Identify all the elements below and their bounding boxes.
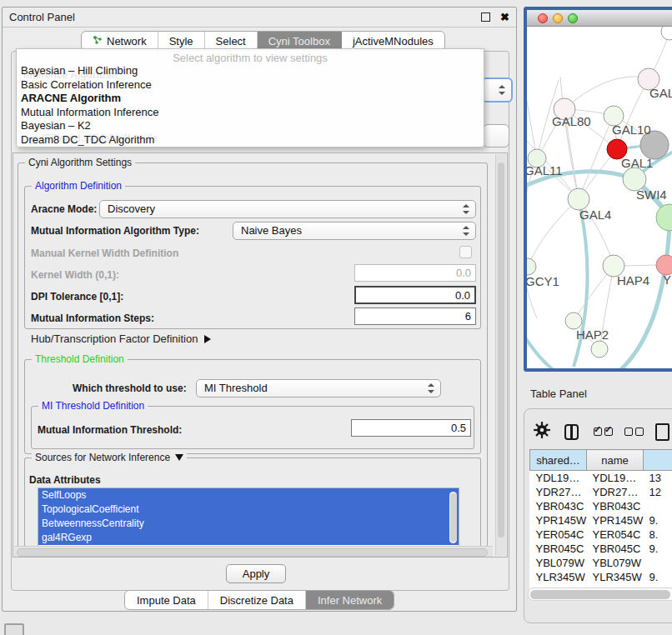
zoom-traffic-light-icon[interactable] [568, 13, 578, 23]
network-canvas[interactable]: GALGAL80GAL10GAL1GAL11SWI4GAL4GCY1HAP4YH… [527, 27, 672, 368]
table-cell: YDL19… [530, 471, 587, 486]
dpi-tolerance-field[interactable]: 0.0 [354, 286, 476, 304]
network-node[interactable] [656, 204, 672, 231]
minimize-traffic-light-icon[interactable] [553, 13, 563, 23]
mi-steps-field[interactable]: 6 [354, 308, 476, 325]
node-label: HAP4 [617, 273, 649, 288]
columns-icon[interactable] [564, 424, 579, 440]
network-selector-combobox-edge[interactable] [483, 124, 509, 148]
kernel-width-field[interactable]: 0.0 [354, 264, 476, 282]
network-node[interactable] [591, 341, 608, 358]
network-edge[interactable] [527, 327, 577, 368]
network-edge[interactable] [528, 199, 579, 267]
tab-infer-network[interactable]: Infer Network [306, 591, 394, 609]
table-row[interactable]: YBL079WYBL079W [530, 556, 672, 570]
control-panel-window: Control Panel ✖ Network Style [2, 7, 517, 612]
gear-icon[interactable] [533, 421, 551, 442]
tab-network[interactable]: Network [82, 32, 158, 50]
dropdown-item[interactable]: Bayesian – K2 [17, 119, 484, 133]
column-header-cut[interactable] [644, 450, 672, 471]
network-window-titlebar [527, 10, 672, 27]
dropdown-item[interactable]: Dream8 DC_TDC Algorithm [17, 133, 484, 148]
aracne-mode-value: Discovery [108, 202, 155, 215]
column-header-shared[interactable]: shared… [530, 450, 587, 471]
network-node[interactable] [527, 258, 536, 275]
table-row[interactable]: YBR043CYBR043C [530, 499, 672, 513]
group-title: Sources for Network Inference [32, 452, 187, 464]
which-threshold-combobox[interactable]: MI Threshold [196, 379, 441, 398]
table-row[interactable]: YPR145WYPR145W9. [530, 513, 672, 528]
scrollbar-thumb[interactable] [17, 548, 488, 557]
aracne-mode-label: Aracne Mode: [31, 203, 97, 215]
dropdown-item[interactable]: Mutual Information Inference [17, 106, 484, 120]
tab-jactivemnodules[interactable]: jActiveMNodules [342, 32, 444, 50]
tab-discretize-data[interactable]: Discretize Data [208, 591, 306, 609]
select-all-columns-icon[interactable] [594, 424, 613, 439]
algorithm-dropdown-list: Bayesian – Hill Climbing Basic Correlati… [17, 64, 484, 147]
table-row[interactable]: YBR045CYBR045C9. [530, 542, 672, 556]
table-cell: 9. [644, 570, 672, 584]
table-row[interactable]: YLR345WYLR345W9. [530, 570, 672, 584]
network-edge[interactable] [607, 227, 669, 368]
horizontal-scrollbar[interactable] [14, 546, 493, 557]
tab-discretize-data-label: Discretize Data [220, 594, 293, 607]
dpi-tolerance-label: DPI Tolerance [0,1]: [31, 291, 123, 302]
control-panel-titlebar: Control Panel ✖ [3, 8, 516, 28]
close-icon[interactable]: ✖ [500, 13, 509, 21]
table-row[interactable]: YDL19…YDL19…13 [530, 471, 672, 486]
scrollbar-thumb[interactable] [450, 493, 457, 542]
unselect-all-columns-icon[interactable] [624, 424, 644, 439]
hub-definition-toggle[interactable]: Hub/Transcription Factor Definition [31, 332, 211, 345]
list-item[interactable]: gal4RGexp [38, 531, 459, 545]
kernel-width-value: 0.0 [456, 267, 471, 279]
table-cell: YPR145W [587, 513, 644, 528]
list-item[interactable]: SelfLoops [38, 488, 459, 502]
list-item[interactable]: BetweennessCentrality [38, 517, 459, 531]
document-icon[interactable] [655, 423, 669, 441]
table-cell: YLR345W [530, 570, 587, 584]
algorithm-selector-combobox-edge[interactable] [481, 78, 513, 102]
table-cell: YDL19… [587, 471, 644, 486]
tab-cyni-toolbox-label: Cyni Toolbox [268, 35, 330, 48]
apply-button[interactable]: Apply [226, 564, 286, 583]
dropdown-item[interactable]: Basic Correlation Inference [17, 78, 484, 92]
aracne-mode-combobox[interactable]: Discovery [99, 200, 476, 218]
dropdown-placeholder: Select algorithm to view settings [17, 49, 484, 64]
mi-algorithm-type-label: Mutual Information Algorithm Type: [31, 225, 199, 237]
table-cell: 8. [644, 528, 672, 542]
list-item[interactable]: TopologicalCoefficient [38, 502, 459, 517]
network-tab-icon [93, 35, 103, 48]
table-row[interactable]: YDR27…YDR27…12 [530, 485, 672, 499]
table-cell: YDR27… [587, 485, 644, 499]
scrollbar-thumb[interactable] [530, 590, 670, 599]
vertical-scrollbar[interactable] [495, 154, 506, 556]
tab-style[interactable]: Style [158, 32, 205, 50]
scrollbar-thumb[interactable] [498, 162, 504, 538]
tab-cyni-toolbox[interactable]: Cyni Toolbox [258, 32, 342, 50]
tab-impute-data[interactable]: Impute Data [125, 591, 208, 609]
table-horizontal-scrollbar[interactable] [528, 588, 672, 601]
node-label: GAL80 [552, 114, 591, 128]
algorithm-dropdown-popup: Select algorithm to view settings Infere… [16, 48, 484, 148]
collapsed-arrow-icon [204, 335, 211, 343]
manual-kernel-width-checkbox[interactable] [459, 246, 472, 258]
minimized-panel-icon[interactable] [4, 623, 24, 635]
dropdown-item[interactable]: Bayesian – Hill Climbing [17, 64, 484, 78]
column-header-name[interactable]: name [587, 450, 644, 471]
mi-threshold-field[interactable]: 0.5 [351, 419, 471, 437]
table-row[interactable]: YER054CYER054C8. [530, 528, 672, 542]
float-window-icon[interactable] [481, 12, 490, 22]
list-scrollbar[interactable] [449, 492, 457, 543]
network-edge[interactable] [579, 116, 614, 199]
network-node[interactable] [661, 27, 672, 40]
mi-algorithm-type-combobox[interactable]: Naive Bayes [233, 222, 476, 240]
dropdown-item-selected[interactable]: ARACNE Algorithm [17, 92, 484, 106]
tab-select-label: Select [216, 35, 246, 48]
table-cell [644, 556, 672, 570]
tab-select[interactable]: Select [205, 32, 258, 50]
close-traffic-light-icon[interactable] [538, 13, 548, 23]
expanded-arrow-icon[interactable] [175, 454, 183, 461]
network-node[interactable] [565, 312, 582, 329]
which-threshold-value: MI Threshold [204, 382, 268, 394]
data-attributes-list[interactable]: SelfLoops TopologicalCoefficient Between… [38, 488, 459, 548]
